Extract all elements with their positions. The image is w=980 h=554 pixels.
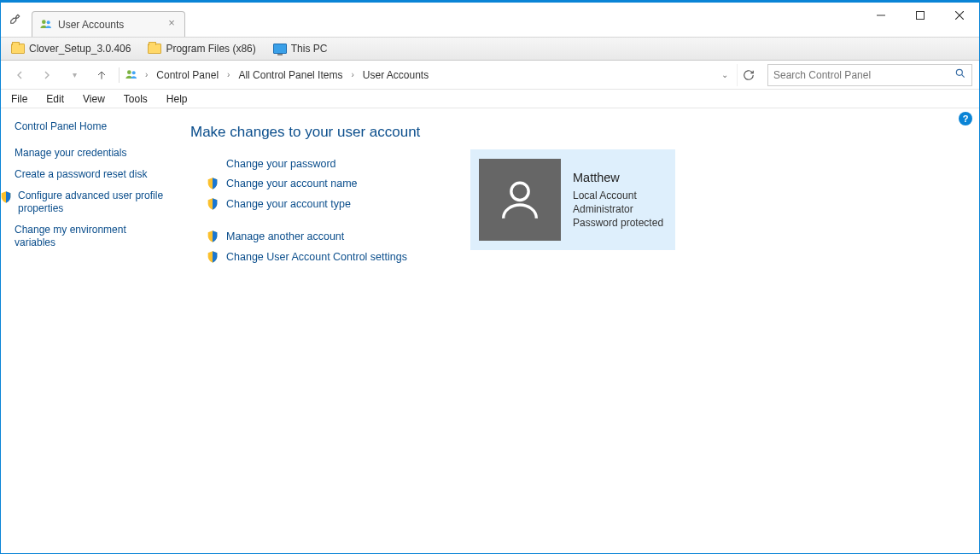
crumb-user-accounts[interactable]: User Accounts xyxy=(361,66,430,85)
address-bar: ▾ › Control Panel › All Control Panel It… xyxy=(1,61,979,90)
shield-icon xyxy=(206,177,219,190)
forward-button[interactable] xyxy=(35,63,59,87)
minimize-button[interactable] xyxy=(861,3,901,28)
manage-another-account-link[interactable]: Manage another account xyxy=(226,230,344,242)
bookmark-program-files[interactable]: Program Files (x86) xyxy=(144,41,259,56)
menu-file[interactable]: File xyxy=(8,91,31,107)
svg-point-10 xyxy=(511,183,528,200)
bookmark-clover[interactable]: Clover_Setup_3.0.406 xyxy=(8,41,134,56)
user-accounts-icon xyxy=(125,68,138,82)
menu-edit[interactable]: Edit xyxy=(43,91,67,107)
user-accounts-icon xyxy=(39,18,53,32)
close-button[interactable] xyxy=(940,3,979,28)
chevron-right-icon: › xyxy=(142,70,151,79)
search-input[interactable] xyxy=(773,69,954,81)
tab-title: User Accounts xyxy=(58,19,124,31)
user-meta: Matthew Local Account Administrator Pass… xyxy=(573,170,663,230)
current-user-card: Matthew Local Account Administrator Pass… xyxy=(470,149,675,250)
sidebar: Control Panel Home Manage your credentia… xyxy=(1,108,180,553)
svg-rect-3 xyxy=(917,12,925,20)
avatar xyxy=(479,159,561,241)
svg-point-0 xyxy=(42,20,46,24)
folder-icon xyxy=(148,44,161,54)
svg-point-7 xyxy=(132,71,136,74)
control-panel-home-link[interactable]: Control Panel Home xyxy=(15,120,170,133)
separator xyxy=(119,67,120,83)
change-account-type-link[interactable]: Change your account type xyxy=(226,198,351,210)
wrench-icon xyxy=(6,6,25,32)
manage-credentials-link[interactable]: Manage your credentials xyxy=(15,147,170,160)
window-titlebar: User Accounts × xyxy=(1,1,979,37)
chevron-right-icon[interactable]: › xyxy=(347,70,357,79)
shield-icon xyxy=(206,197,219,211)
crumb-control-panel[interactable]: Control Panel xyxy=(155,66,220,85)
configure-advanced-profile-link[interactable]: Configure advanced user profile properti… xyxy=(18,190,170,215)
bookmark-this-pc[interactable]: This PC xyxy=(270,41,331,56)
tab-close-icon[interactable]: × xyxy=(166,18,178,30)
shield-icon xyxy=(206,230,219,243)
search-icon[interactable] xyxy=(954,67,966,82)
up-button[interactable] xyxy=(90,63,114,87)
crumb-all-items[interactable]: All Control Panel Items xyxy=(236,66,344,85)
password-reset-disk-link[interactable]: Create a password reset disk xyxy=(15,168,170,181)
breadcrumb: Control Panel › All Control Panel Items … xyxy=(155,66,713,85)
bookmark-bar: Clover_Setup_3.0.406 Program Files (x86)… xyxy=(1,37,979,61)
user-name: Matthew xyxy=(573,170,663,187)
bookmark-label: This PC xyxy=(291,43,328,55)
chevron-right-icon[interactable]: › xyxy=(224,70,233,79)
content-area: ? Control Panel Home Manage your credent… xyxy=(1,108,979,553)
menu-tools[interactable]: Tools xyxy=(120,91,151,107)
user-password-status: Password protected xyxy=(573,216,663,230)
menu-help[interactable]: Help xyxy=(163,91,191,107)
address-dropdown[interactable]: ⌄ xyxy=(716,70,733,79)
svg-point-8 xyxy=(956,69,962,75)
svg-line-9 xyxy=(961,74,964,77)
monitor-icon xyxy=(273,44,287,54)
svg-point-6 xyxy=(127,70,131,74)
main-panel: Make changes to your user account Change… xyxy=(180,108,979,553)
change-uac-settings-link[interactable]: Change User Account Control settings xyxy=(226,251,407,263)
recent-dropdown[interactable]: ▾ xyxy=(62,63,86,87)
shield-icon xyxy=(206,250,219,264)
change-account-name-link[interactable]: Change your account name xyxy=(226,178,358,190)
browser-tab[interactable]: User Accounts × xyxy=(32,11,185,37)
shield-icon xyxy=(0,190,13,204)
user-role: Administrator xyxy=(573,202,663,216)
refresh-button[interactable] xyxy=(737,64,759,86)
svg-point-1 xyxy=(47,20,50,24)
bookmark-label: Program Files (x86) xyxy=(166,43,255,55)
new-tab-button[interactable] xyxy=(185,11,209,37)
search-box[interactable] xyxy=(767,64,972,86)
user-account-type: Local Account xyxy=(573,189,663,202)
menu-bar: File Edit View Tools Help xyxy=(1,90,979,108)
menu-view[interactable]: View xyxy=(79,91,108,107)
page-heading: Make changes to your user account xyxy=(190,124,962,141)
maximize-button[interactable] xyxy=(901,3,940,28)
folder-icon xyxy=(11,44,25,54)
change-password-link[interactable]: Change your password xyxy=(226,158,336,170)
bookmark-label: Clover_Setup_3.0.406 xyxy=(29,43,131,55)
back-button[interactable] xyxy=(8,63,32,87)
change-env-vars-link[interactable]: Change my environment variables xyxy=(15,224,170,249)
